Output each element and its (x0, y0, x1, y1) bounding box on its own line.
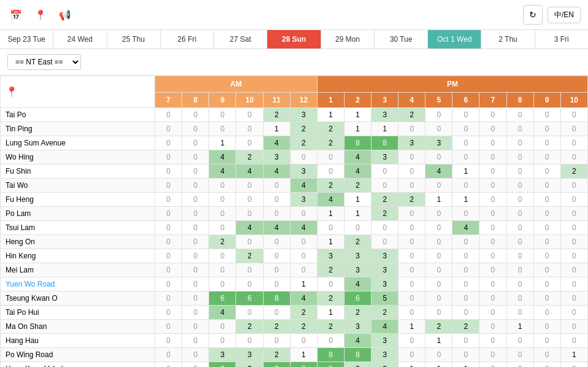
date-cell-7[interactable]: 30 Tue (375, 30, 428, 48)
data-cell: 8 (209, 362, 236, 368)
row-name[interactable]: Yuen Wo Road (1, 277, 155, 292)
megaphone-icon[interactable]: 📢 (56, 6, 74, 23)
date-cell-6[interactable]: 29 Mon (321, 30, 375, 48)
data-cell: 0 (371, 164, 398, 179)
date-cell-1[interactable]: 24 Wed (53, 30, 107, 48)
table-row: Hang Hau0000000430100000 (1, 334, 588, 348)
data-cell: 0 (479, 207, 506, 221)
data-cell: 2 (236, 362, 263, 368)
data-cell: 0 (182, 362, 209, 368)
pm-hour-1: 1 (317, 93, 344, 108)
data-cell: 0 (426, 292, 452, 306)
data-cell: 0 (399, 122, 426, 136)
data-cell: 0 (479, 235, 506, 249)
data-cell: 8 (290, 362, 317, 368)
data-cell: 0 (155, 263, 182, 277)
row-name: Po Lam (1, 207, 155, 221)
data-cell: 0 (155, 348, 182, 362)
data-cell: 0 (506, 306, 533, 320)
row-name: Tseung Kwan O (1, 292, 155, 306)
data-cell: 0 (371, 235, 398, 249)
date-cell-9[interactable]: 2 Thu (481, 30, 535, 48)
data-cell: 0 (399, 348, 426, 362)
date-cell-4[interactable]: 27 Sat (214, 30, 267, 48)
table-row: Mei Lam0000002330000000 (1, 263, 588, 277)
row-name: Heng On (1, 235, 155, 249)
data-cell: 0 (263, 277, 290, 292)
data-cell: 3 (290, 193, 317, 207)
table-row: Po Wing Road0033218830000001 (1, 348, 588, 362)
data-cell: 0 (399, 221, 426, 235)
date-cell-0[interactable]: Sep 23 Tue (0, 30, 53, 48)
region-select[interactable]: == NT East ==== NT West ==== KL ==== HK … (7, 54, 81, 70)
data-cell: 0 (479, 263, 506, 277)
data-cell: 2 (452, 320, 479, 334)
data-cell: 0 (290, 207, 317, 221)
data-cell: 0 (209, 108, 236, 122)
row-name: Fu Shin (1, 164, 155, 179)
data-cell: 0 (479, 221, 506, 235)
data-cell: 4 (236, 164, 263, 179)
data-cell: 0 (479, 362, 506, 368)
data-cell: 0 (560, 207, 587, 221)
data-cell: 0 (182, 150, 209, 164)
data-cell: 8 (344, 348, 371, 362)
data-cell: 4 (290, 179, 317, 193)
data-cell: 0 (155, 164, 182, 179)
data-cell: 0 (560, 263, 587, 277)
data-cell: 0 (236, 108, 263, 122)
data-cell: 0 (452, 108, 479, 122)
data-cell: 0 (506, 136, 533, 150)
data-cell: 6 (209, 292, 236, 306)
calendar-icon[interactable]: 📅 (7, 6, 25, 23)
data-cell: 1 (209, 136, 236, 150)
data-cell: 0 (426, 306, 452, 320)
data-cell: 3 (344, 362, 371, 368)
refresh-button[interactable]: ↻ (523, 5, 543, 25)
language-button[interactable]: 中/EN (548, 7, 581, 23)
data-cell: 0 (155, 292, 182, 306)
data-cell: 0 (479, 136, 506, 150)
data-cell: 0 (263, 193, 290, 207)
data-cell: 1 (263, 122, 290, 136)
data-cell: 0 (290, 249, 317, 263)
data-cell: 0 (560, 193, 587, 207)
data-cell: 0 (290, 235, 317, 249)
data-cell: 0 (263, 249, 290, 263)
date-cell-3[interactable]: 26 Fri (161, 30, 214, 48)
data-cell: 0 (182, 277, 209, 292)
date-cell-10[interactable]: 3 Fri (535, 30, 588, 48)
data-cell: 0 (452, 249, 479, 263)
data-cell: 1 (452, 362, 479, 368)
data-cell: 0 (426, 207, 452, 221)
location-icon[interactable]: 📍 (32, 6, 49, 23)
am-header: AM (155, 76, 318, 93)
data-cell: 0 (155, 320, 182, 334)
date-cell-5[interactable]: 28 Sun (267, 30, 321, 48)
data-cell: 4 (209, 306, 236, 320)
table-row: Tseung Kwan O0066842650000000 (1, 292, 588, 306)
data-cell: 0 (209, 277, 236, 292)
data-cell: 0 (506, 108, 533, 122)
date-cell-8[interactable]: Oct 1 Wed (428, 30, 481, 48)
data-cell: 0 (452, 348, 479, 362)
data-cell: 3 (344, 320, 371, 334)
data-cell: 1 (426, 334, 452, 348)
data-cell: 0 (506, 362, 533, 368)
am-hour-12: 12 (290, 93, 317, 108)
data-cell: 0 (479, 320, 506, 334)
data-cell: 0 (479, 108, 506, 122)
location-link[interactable]: Yuen Wo Road (6, 280, 55, 288)
data-cell: 0 (155, 150, 182, 164)
row-name: Tai Po (1, 108, 155, 122)
data-cell: 0 (236, 193, 263, 207)
row-name: Hang Hau (1, 334, 155, 348)
data-cell: 0 (506, 348, 533, 362)
data-cell: 0 (236, 277, 263, 292)
data-cell: 2 (426, 320, 452, 334)
toolbar-left: 📅 📍 📢 (7, 6, 74, 23)
data-cell: 0 (182, 334, 209, 348)
date-cell-2[interactable]: 25 Thu (107, 30, 161, 48)
data-cell: 0 (236, 263, 263, 277)
data-cell: 3 (344, 249, 371, 263)
